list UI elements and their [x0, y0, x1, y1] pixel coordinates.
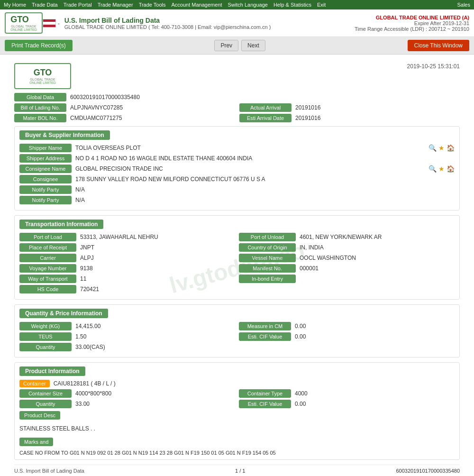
shipper-address-row: Shipper Address NO D 4 1 ROAD NO 16 WAGL… [19, 154, 455, 163]
logo-text: GTO [10, 15, 37, 25]
marks-area: Marks and [19, 436, 455, 448]
weight-row: Weight (KG) 14,415.00 Measure in CM 0.00 [19, 322, 455, 330]
port-load-col: Port of Load 53313, JAWAHARLAL NEHRU [19, 233, 235, 241]
carrier-value: ALPJ [80, 255, 235, 261]
page-title: U.S. Import Bill of Lading Data [64, 17, 355, 24]
nav-help[interactable]: Help & Statistics [273, 2, 311, 8]
esti-arrival-label: Esti Arrival Date [239, 114, 292, 122]
header-center: U.S. Import Bill of Lading Data GLOBAL T… [64, 17, 355, 30]
carrier-row: Carrier ALPJ Vessel Name OOCL WASHINGTON [19, 254, 455, 262]
header-contact: GLOBAL TRADE ONLINE LIMITED ( Tel: 400-7… [64, 24, 355, 30]
place-receipt-label: Place of Receipt [19, 243, 76, 252]
buyer-supplier-section: Buyer & Supplier Information Shipper Nam… [14, 126, 460, 211]
qty-row: Quantity 33.00(CAS) [19, 343, 455, 351]
consignee-home-icon[interactable]: 🏠 [447, 165, 455, 173]
port-unload-label: Port of Unload [239, 233, 296, 241]
port-load-label: Port of Load [19, 233, 76, 241]
company-name: GLOBAL TRADE ONLINE LIMITED (A) [355, 15, 469, 20]
country-origin-value: IN, INDIA [300, 244, 455, 251]
quantity-label: Quantity [19, 343, 72, 351]
notify1-row: Notify Party N/A [19, 185, 455, 194]
marks-label: Marks and [19, 438, 53, 446]
us-flag [43, 19, 56, 27]
expire-info: Expire After 2019-12-31 [355, 20, 469, 26]
qty-empty-col [239, 343, 455, 351]
shipper-name-value: TOLIA OVERSEAS PLOT [75, 145, 426, 151]
nav-trade-data[interactable]: Trade Data [32, 2, 58, 8]
consignee-value: 178 SUNNY VALLEY ROAD NEW MILFORD CONNEC… [75, 176, 455, 183]
next-button-top[interactable]: Next [241, 40, 265, 51]
doc-logo: GTO GLOBAL TRADEONLINE LIMITED [14, 63, 71, 89]
quantity-title: Quantity & Price Information [19, 309, 108, 318]
consignee-star-icon[interactable]: ★ [438, 165, 445, 173]
way-transport-label: Way of Transport [19, 275, 76, 283]
product-desc-label: Product Desc [19, 411, 60, 420]
doc-timestamp: 2019-10-25 15:31:01 [407, 63, 460, 70]
container-row: Container CAIU8128181 ( 4B / L / ) [19, 380, 455, 387]
product-desc-value: STAINLESS STEEL BALLS . . [19, 423, 455, 434]
doc-logo-subtext: GLOBAL TRADEONLINE LIMITED [29, 78, 56, 84]
esti-arrival-col: Esti Arrival Date 20191016 [239, 114, 460, 122]
shipper-icons: 🔍 ★ 🏠 [428, 144, 455, 152]
nav-trade-tools[interactable]: Trade Tools [139, 2, 166, 8]
time-range-info: Time Range Accessible (LDR) : 200712 ~ 2… [355, 26, 469, 32]
prod-esti-cif-col: Esti. CIF Value 0.00 [239, 400, 455, 408]
weight-col: Weight (KG) 14,415.00 [19, 322, 235, 330]
master-bol-col: Mater BOL No. CMDUAMC0771275 [14, 114, 235, 122]
nav-account-management[interactable]: Account Management [172, 2, 222, 8]
inbond-col: In-bond Entry [239, 275, 455, 283]
actual-arrival-value: 20191016 [295, 104, 460, 111]
nav-exit[interactable]: Exit [317, 2, 326, 8]
container-value: CAIU8128181 ( 4B / L / ) [54, 380, 455, 387]
notify1-value: N/A [75, 186, 455, 193]
voyage-col: Voyage Number 9138 [19, 264, 235, 273]
shipper-star-icon[interactable]: ★ [438, 144, 445, 152]
manifest-label: Manifest No. [239, 264, 296, 273]
consignee-search-icon[interactable]: 🔍 [428, 165, 437, 173]
marks-value: CASE NO FROM TO G01 N N19 092 01 28 G01 … [19, 450, 455, 456]
shipper-search-icon[interactable]: 🔍 [428, 144, 437, 152]
transport-section: Transportation Information Port of Load … [14, 215, 460, 300]
pagination-code: 6003201910170000335480 [396, 468, 460, 474]
header-bar: GTO GLOBAL TRADEONLINE LIMITED - U.S. Im… [0, 9, 474, 37]
hs-code-value: 720421 [80, 286, 235, 293]
buyer-supplier-title: Buyer & Supplier Information [19, 130, 110, 140]
quantity-value: 33.00(CAS) [75, 344, 235, 350]
nav-trade-portal[interactable]: Trade Portal [64, 2, 92, 8]
prod-esti-cif-value: 0.00 [295, 401, 455, 407]
shipper-home-icon[interactable]: 🏠 [447, 144, 455, 152]
place-receipt-col: Place of Receipt JNPT [19, 243, 235, 252]
voyage-row: Voyage Number 9138 Manifest No. 000001 [19, 264, 455, 273]
nav-trade-manager[interactable]: Trade Manager [98, 2, 133, 8]
quantity-col: Quantity 33.00(CAS) [19, 343, 235, 351]
shipper-name-row: Shipper Name TOLIA OVERSEAS PLOT 🔍 ★ 🏠 [19, 144, 455, 152]
main-content: lv.gtodata.co GTO GLOBAL TRADEONLINE LIM… [0, 55, 474, 476]
shipper-name-label: Shipper Name [19, 144, 72, 152]
teus-value: 1.50 [75, 333, 235, 340]
place-receipt-value: JNPT [80, 244, 235, 251]
flag-area: - [43, 19, 60, 27]
prev-button-top[interactable]: Prev [214, 40, 238, 51]
nav-switch-language[interactable]: Switch Language [228, 2, 268, 8]
nav-links: My Home Trade Data Trade Portal Trade Ma… [4, 2, 326, 8]
notify1-label: Notify Party [19, 185, 72, 194]
actual-arrival-col: Actual Arrival 20191016 [239, 103, 460, 112]
container-badge: Container [19, 380, 50, 387]
print-button-top[interactable]: Print Trade Record(s) [5, 40, 73, 51]
esti-cif-col: Esti. CIF Value 0.00 [239, 332, 455, 341]
top-action-bar: Print Trade Record(s) Prev Next Close Th… [0, 37, 474, 55]
quantity-section: Quantity & Price Information Weight (KG)… [14, 304, 460, 357]
container-size-row: Container Size 4000*800*800 Container Ty… [19, 389, 455, 398]
product-title: Product Information [19, 366, 85, 376]
shipper-address-label: Shipper Address [19, 154, 72, 163]
pagination-page: 1 / 1 [235, 468, 245, 474]
nav-my-home[interactable]: My Home [4, 2, 26, 8]
way-transport-col: Way of Transport 11 [19, 275, 235, 283]
close-button-top[interactable]: Close This Window [408, 40, 469, 51]
nav-buttons: Prev Next [214, 40, 265, 51]
top-navigation: My Home Trade Data Trade Portal Trade Ma… [0, 0, 474, 9]
prod-qty-col: Quantity 33.00 [19, 400, 235, 408]
bol-value: ALPJNAVNYC07285 [70, 104, 235, 111]
pagination-label: U.S. Import Bill of Lading Data [14, 468, 84, 474]
container-type-value: 4000 [295, 390, 455, 397]
